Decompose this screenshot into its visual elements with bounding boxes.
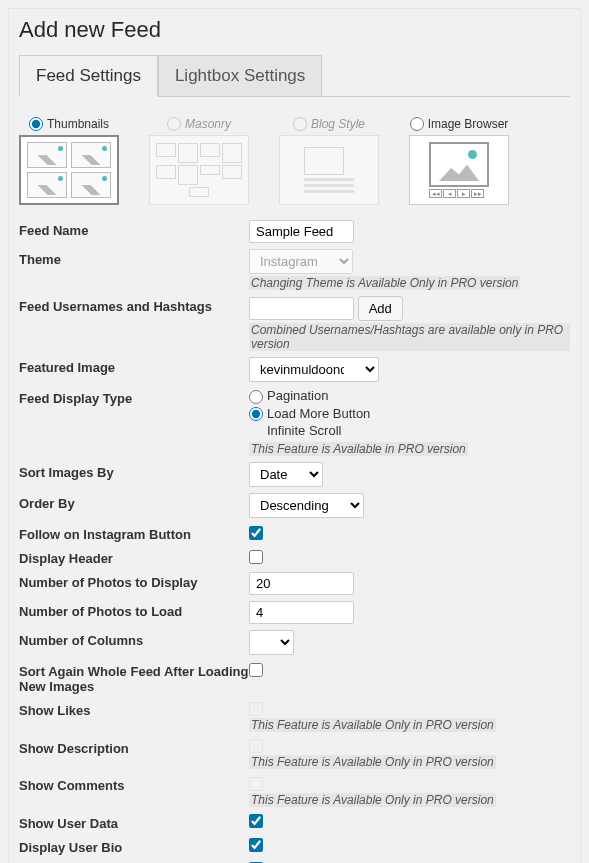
layout-thumbnails-preview[interactable] <box>19 135 119 205</box>
theme-select: Instagram <box>249 249 353 274</box>
sort-again-checkbox[interactable] <box>249 663 263 677</box>
label-display-type: Feed Display Type <box>19 388 249 406</box>
layout-thumbnails-label: Thumbnails <box>47 117 109 131</box>
note-display-type: This Feature is Available in PRO version <box>249 442 468 456</box>
tab-feed-settings[interactable]: Feed Settings <box>19 55 158 97</box>
order-by-select[interactable]: Descending <box>249 493 364 518</box>
layout-blog-radio: Blog Style <box>293 117 365 131</box>
label-pagination: Pagination <box>267 388 328 403</box>
layout-browser-preview[interactable]: ◂◂◂▸▸▸ <box>409 135 509 205</box>
layout-browser-radio[interactable]: Image Browser <box>410 117 509 131</box>
layout-masonry-preview <box>149 135 249 205</box>
show-desc-checkbox <box>249 739 263 753</box>
layout-masonry-label: Masonry <box>185 117 231 131</box>
note-comments: This Feature is Available Only in PRO ve… <box>249 793 496 807</box>
display-header-checkbox[interactable] <box>249 550 263 564</box>
label-show-comments: Show Comments <box>19 775 249 793</box>
tab-lightbox-settings[interactable]: Lightbox Settings <box>158 55 322 96</box>
show-user-data-checkbox[interactable] <box>249 814 263 828</box>
show-comments-checkbox <box>249 777 263 791</box>
radio-pagination[interactable] <box>249 390 263 404</box>
radio-load-more[interactable] <box>249 407 263 421</box>
label-num-load: Number of Photos to Load <box>19 601 249 619</box>
label-show-desc: Show Description <box>19 738 249 756</box>
label-load-more: Load More Button <box>267 406 370 421</box>
num-cols-select[interactable]: 4 <box>249 630 294 655</box>
note-theme: Changing Theme is Available Only in PRO … <box>249 276 520 290</box>
label-order-by: Order By <box>19 493 249 511</box>
label-num-cols: Number of Columns <box>19 630 249 648</box>
layout-browser-label: Image Browser <box>428 117 509 131</box>
label-infinite: Infinite Scroll <box>267 423 341 438</box>
radio-blog <box>293 117 307 131</box>
note-desc: This Feature is Available Only in PRO ve… <box>249 755 496 769</box>
tabs: Feed Settings Lightbox Settings <box>19 55 570 97</box>
label-featured: Featured Image <box>19 357 249 375</box>
label-show-likes: Show Likes <box>19 700 249 718</box>
label-theme: Theme <box>19 249 249 267</box>
layout-masonry-radio: Masonry <box>167 117 231 131</box>
display-bio-checkbox[interactable] <box>249 838 263 852</box>
layout-blog-preview <box>279 135 379 205</box>
follow-checkbox[interactable] <box>249 526 263 540</box>
label-sort-by: Sort Images By <box>19 462 249 480</box>
featured-select[interactable]: kevinmuldoondotcom <box>249 357 379 382</box>
label-feed-name: Feed Name <box>19 220 249 238</box>
feed-name-input[interactable] <box>249 220 354 243</box>
radio-browser[interactable] <box>410 117 424 131</box>
page-title: Add new Feed <box>19 17 570 43</box>
layout-blog-label: Blog Style <box>311 117 365 131</box>
label-usernames: Feed Usernames and Hashtags <box>19 296 249 314</box>
radio-masonry <box>167 117 181 131</box>
label-show-user-data: Show User Data <box>19 813 249 831</box>
num-load-input[interactable] <box>249 601 354 624</box>
label-display-header: Display Header <box>19 548 249 566</box>
num-display-input[interactable] <box>249 572 354 595</box>
layout-thumbnails-radio[interactable]: Thumbnails <box>29 117 109 131</box>
usernames-input[interactable] <box>249 297 354 320</box>
sort-by-select[interactable]: Date <box>249 462 323 487</box>
show-likes-checkbox <box>249 702 263 716</box>
label-num-display: Number of Photos to Display <box>19 572 249 590</box>
label-follow-btn: Follow on Instagram Button <box>19 524 249 542</box>
layout-options: Thumbnails Masonry Blog Style Image Brow… <box>19 117 570 205</box>
add-button[interactable]: Add <box>358 296 403 321</box>
note-likes: This Feature is Available Only in PRO ve… <box>249 718 496 732</box>
label-display-bio: Display User Bio <box>19 837 249 855</box>
radio-thumbnails[interactable] <box>29 117 43 131</box>
note-combined: Combined Usernames/Hashtags are availabl… <box>249 323 570 351</box>
label-sort-again: Sort Again Whole Feed After Loading New … <box>19 661 249 694</box>
